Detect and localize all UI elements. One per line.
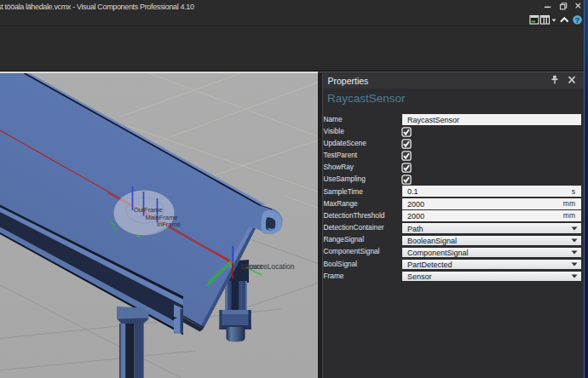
svg-text:InFrame: InFrame <box>157 220 181 228</box>
svg-text:?: ? <box>575 15 580 25</box>
svg-text:SourceLocation: SourceLocation <box>245 262 295 271</box>
